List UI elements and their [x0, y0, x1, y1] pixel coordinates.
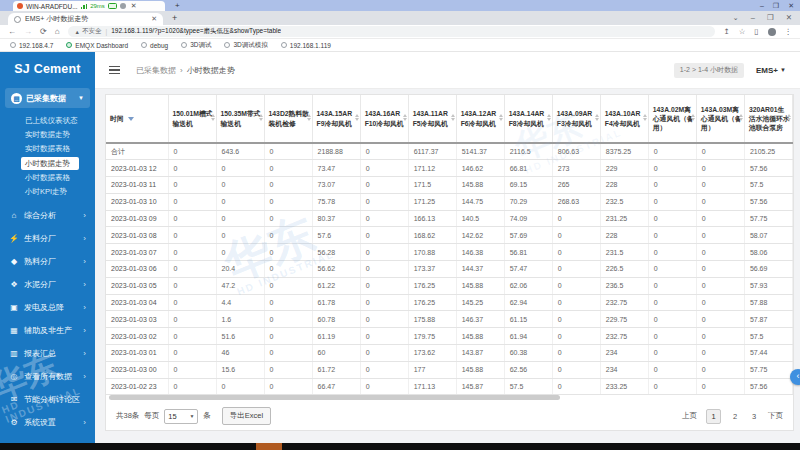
sidebar-item[interactable]: ◎查看所有数据› [0, 365, 95, 388]
sidebar-item[interactable]: ▦辅助及非生产› [0, 319, 95, 342]
sidebar-subitem[interactable]: 实时数据走势 [0, 128, 95, 142]
sort-icon[interactable] [355, 114, 359, 121]
sort-icon[interactable] [547, 114, 551, 121]
bookmark-item[interactable]: 3D调试 [181, 41, 211, 50]
table-row[interactable]: 2023-01-02 2300066.470171.13145.8757.502… [106, 378, 793, 395]
tab-search-icon[interactable]: ⌄ [733, 11, 739, 25]
export-excel-button[interactable]: 导出Excel [222, 407, 271, 425]
sidebar-subitem[interactable]: 已上线仪表状态 [0, 114, 95, 128]
sidebar-item[interactable]: ✉节能分析讨论区 [0, 388, 95, 411]
profile-avatar[interactable] [768, 28, 776, 36]
column-header[interactable]: 143A.02M离心通风机（备用） [648, 95, 696, 143]
sidebar-subitem[interactable]: 实时数据表格 [0, 142, 95, 156]
table-row[interactable]: 2023-01-03 05047.2061.220176.25145.8862.… [106, 277, 793, 294]
bookmark-item[interactable]: EMQX Dashboard [66, 42, 128, 49]
next-page-button[interactable]: 下页 [768, 411, 783, 421]
column-header[interactable]: 143A.10AR F4冷却风机 [600, 95, 648, 143]
column-header[interactable]: 143A.11AR F5冷却风机 [408, 95, 456, 143]
sort-icon[interactable] [643, 114, 647, 121]
column-header[interactable]: 143A.12AR F6冷却风机 [456, 95, 504, 143]
sidebar-item[interactable]: ⌂综合分析› [0, 204, 95, 227]
column-header[interactable]: 143A.09AR F3冷却风机 [552, 95, 600, 143]
table-row[interactable]: 合计0643.602188.8806117.375141.372116.5806… [106, 143, 793, 160]
sort-icon[interactable] [499, 114, 503, 121]
column-header[interactable]: 150.01M槽式输送机 [168, 95, 216, 143]
window-maximize-button[interactable]: ❐ [767, 11, 774, 25]
page-button-3[interactable]: 3 [749, 412, 759, 421]
sort-icon[interactable] [787, 114, 791, 121]
table-row[interactable]: 2023-01-03 1100073.070171.5145.8869.1526… [106, 177, 793, 194]
sort-icon[interactable] [307, 114, 311, 121]
sidebar-subitem[interactable]: 小时KPI走势 [0, 185, 95, 199]
range-badge[interactable]: 1-2 > 1-4 小时数据 [674, 63, 744, 78]
sort-icon[interactable] [403, 114, 407, 121]
page-button-1[interactable]: 1 [706, 409, 721, 424]
table-row[interactable]: 2023-01-03 0900080.370166.13140.574.0902… [106, 210, 793, 227]
table-row[interactable]: 2023-01-03 0700056.280170.88146.3856.810… [106, 244, 793, 261]
tab-close-icon[interactable]: ✕ [151, 15, 157, 23]
not-secure-icon[interactable]: ▲ [75, 29, 80, 35]
sort-icon[interactable] [595, 114, 599, 121]
bookmark-star-icon[interactable]: ☆ [739, 27, 746, 36]
column-header[interactable]: 143D2熟料散装机检修 [264, 95, 312, 143]
sidebar-item[interactable]: ⚡生料分厂› [0, 227, 95, 250]
breadcrumb-parent[interactable]: 已采集数据 [136, 65, 176, 76]
sidebar-item[interactable]: ◆熟料分厂› [0, 250, 95, 273]
column-header[interactable]: 150.35M带式输送机 [216, 95, 264, 143]
remote-desktop-tab[interactable]: WIN-ARADFDU... 29ms ✕ [13, 1, 165, 11]
sort-icon[interactable] [691, 114, 695, 121]
browser-tab[interactable]: EMS+ 小时数据走势 ✕ [8, 13, 163, 25]
table-row[interactable]: 2023-01-03 02051.6061.190179.75145.8861.… [106, 328, 793, 345]
back-icon[interactable]: ← [8, 27, 16, 36]
horizontal-scrollbar[interactable] [109, 395, 792, 400]
bookmark-item[interactable]: 3D调试模拟 [224, 41, 267, 50]
bookmark-item[interactable]: debug [141, 42, 168, 49]
table-row[interactable]: 2023-01-03 0301.6060.780175.88146.3761.1… [106, 311, 793, 328]
sort-icon[interactable] [451, 114, 455, 121]
table-row[interactable]: 2023-01-03 1200073.470171.12146.6266.812… [106, 160, 793, 177]
window-close-button[interactable]: ✕ [786, 11, 792, 25]
remote-new-tab-button[interactable]: + [175, 0, 180, 11]
sidebar-item-collected-data[interactable]: ▤ 已采集数据 ▼ [5, 88, 90, 108]
table-row[interactable]: 2023-01-03 1000075.780171.25144.7570.292… [106, 193, 793, 210]
url-input[interactable]: ▲ 不安全 | 192.168.1.119/?p=1020&typee=磨头低压… [68, 26, 716, 37]
home-icon[interactable]: ⌂ [55, 27, 60, 36]
table-row[interactable]: 2023-01-03 0800057.60168.62142.6257.6902… [106, 227, 793, 244]
sidebar-subitem-active[interactable]: 小时数据走势 [21, 157, 79, 170]
column-header[interactable]: 143A.15AR F9冷却风机 [312, 95, 360, 143]
forward-icon[interactable]: → [24, 27, 32, 36]
new-tab-button[interactable]: + [172, 12, 177, 25]
panel-collapse-button[interactable]: ‹ [790, 369, 800, 385]
column-header[interactable]: 时间 [106, 95, 168, 143]
menu-toggle-icon[interactable] [109, 66, 120, 75]
scrollbar-thumb[interactable] [109, 395, 560, 400]
side-panel-icon[interactable]: ▯ [754, 27, 758, 36]
sidebar-item[interactable]: ❖水泥分厂› [0, 273, 95, 296]
sidebar-item[interactable]: ⚙系统设置› [0, 411, 95, 434]
sort-icon[interactable] [211, 114, 215, 121]
prev-page-button[interactable]: 上页 [682, 411, 697, 421]
window-minimize-button[interactable]: – [751, 11, 755, 25]
table-row[interactable]: 2023-01-03 06020.4056.620173.37144.3757.… [106, 261, 793, 278]
remote-close-button[interactable]: ✕ [788, 0, 794, 11]
page-button-2[interactable]: 2 [730, 412, 740, 421]
column-header[interactable]: 143A.16AR F10冷却风机 [360, 95, 408, 143]
browser-menu-icon[interactable]: ⋮ [785, 27, 793, 36]
remote-tab-close-icon[interactable]: ✕ [131, 2, 137, 10]
taskbar-item[interactable] [256, 443, 282, 450]
profile-menu[interactable]: EMS+ [756, 66, 778, 75]
remote-minimize-button[interactable]: – [760, 0, 764, 11]
table-row[interactable]: 2023-01-03 010460600173.62143.8760.38023… [106, 345, 793, 362]
sidebar-item[interactable]: ▥报表汇总› [0, 342, 95, 365]
sidebar-item[interactable]: ▣发电及总降› [0, 296, 95, 319]
sort-icon[interactable] [259, 114, 263, 121]
bookmark-item[interactable]: 192.168.1.119 [281, 42, 331, 49]
remote-maximize-button[interactable]: ❐ [773, 0, 779, 11]
table-row[interactable]: 2023-01-03 00015.6061.720177145.8862.560… [106, 361, 793, 378]
per-page-select[interactable]: 15 ▼ [164, 409, 198, 424]
sort-icon[interactable] [739, 114, 743, 121]
sidebar-subitem[interactable]: 小时数据表格 [0, 171, 95, 185]
column-header[interactable]: 143A.03M离心通风机（备用） [696, 95, 744, 143]
table-row[interactable]: 2023-01-03 0404.4061.780176.25145.2562.9… [106, 294, 793, 311]
bookmark-item[interactable]: 192.168.4.7 [10, 42, 53, 49]
